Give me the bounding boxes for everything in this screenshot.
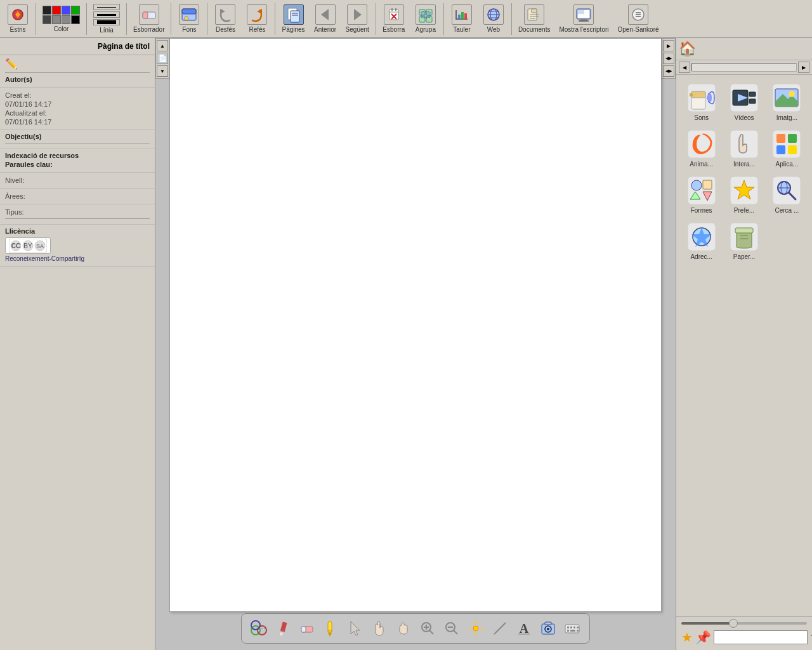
rp-favorite-button[interactable]: ★ bbox=[681, 630, 693, 645]
author-section: ✏️ Autor(s) bbox=[0, 55, 155, 88]
svg-rect-109 bbox=[776, 134, 785, 143]
bt-zoomout-button[interactable] bbox=[441, 618, 462, 639]
line-thick[interactable] bbox=[93, 19, 120, 25]
videos-icon bbox=[729, 83, 759, 113]
license-section: Llicència CC BY SA Reconeixement-Compart… bbox=[0, 225, 155, 267]
rp-nav-scroll[interactable] bbox=[691, 63, 797, 72]
agrupa-button[interactable] bbox=[416, 4, 436, 25]
nav-play-button[interactable]: ▶ bbox=[663, 40, 674, 51]
rp-search-input[interactable] bbox=[714, 630, 808, 644]
color-gray[interactable] bbox=[52, 15, 61, 24]
sep-5 bbox=[207, 3, 207, 35]
svg-rect-15 bbox=[390, 10, 398, 20]
images-label: Imatg... bbox=[776, 114, 797, 121]
rp-item-intera[interactable]: Intera... bbox=[724, 126, 764, 170]
color-gray2[interactable] bbox=[62, 15, 70, 24]
nav-up-button[interactable]: ▲ bbox=[157, 40, 168, 51]
toolbar-group-pagines: Pàgines bbox=[278, 3, 308, 34]
bt-select-button[interactable] bbox=[248, 618, 270, 639]
color-red[interactable] bbox=[52, 6, 61, 15]
formes-icon bbox=[686, 175, 717, 206]
bt-zoomin-button[interactable] bbox=[417, 618, 438, 639]
svg-rect-90 bbox=[567, 630, 569, 632]
updated-label: Actualitzat el: bbox=[5, 109, 150, 117]
estris-button[interactable] bbox=[8, 4, 28, 25]
color-black2[interactable] bbox=[71, 15, 80, 24]
bt-draw-button[interactable] bbox=[272, 618, 294, 639]
svg-marker-7 bbox=[220, 9, 225, 14]
tauler-button[interactable] bbox=[452, 4, 472, 25]
rp-zoom-slider[interactable] bbox=[681, 622, 807, 625]
svg-rect-63 bbox=[327, 630, 332, 632]
line-buttons bbox=[93, 4, 120, 25]
level-label: Nivell: bbox=[5, 176, 150, 184]
toolbar-group-agrupa: Agrupa bbox=[410, 3, 441, 34]
rp-item-adrec[interactable]: Adrec... bbox=[681, 219, 721, 263]
nav-page-icon: 📄 bbox=[157, 53, 168, 64]
rp-item-cerca[interactable]: Cerca ... bbox=[767, 173, 807, 216]
rp-item-sons[interactable]: Sons bbox=[681, 80, 721, 124]
center-area: ▲ 📄 ▼ ▶ ◀▶ ◀▶ bbox=[155, 38, 676, 650]
rp-item-formes[interactable]: Formes bbox=[681, 173, 721, 216]
bt-eraser-button[interactable] bbox=[296, 618, 318, 639]
rp-item-prefe[interactable]: Prefe... bbox=[724, 173, 764, 216]
fons-button[interactable] bbox=[179, 4, 199, 25]
desfes-button[interactable] bbox=[215, 4, 235, 25]
esborra-button[interactable] bbox=[384, 4, 404, 25]
sep-8 bbox=[443, 3, 444, 35]
rp-item-paper[interactable]: Paper... bbox=[724, 219, 764, 263]
rp-nav-left[interactable]: ◀ bbox=[679, 62, 690, 73]
bt-highlight-button[interactable] bbox=[320, 618, 342, 639]
license-label: Llicència bbox=[5, 227, 150, 235]
bt-capture-button[interactable] bbox=[537, 618, 559, 639]
color-darkgray[interactable] bbox=[43, 15, 51, 24]
bt-laser-button[interactable] bbox=[465, 618, 487, 639]
rp-pin-button[interactable]: 📌 bbox=[695, 630, 711, 645]
bt-text-button[interactable]: A bbox=[513, 618, 535, 639]
rp-item-anima[interactable]: Anima... bbox=[681, 126, 721, 170]
esborrador-button[interactable] bbox=[139, 4, 159, 25]
author-label: Autor(s) bbox=[5, 76, 150, 83]
anima-label: Anima... bbox=[690, 161, 713, 168]
documents-button[interactable] bbox=[524, 4, 544, 25]
rp-zoom-thumb[interactable] bbox=[729, 619, 738, 628]
anterior-label: Anterior bbox=[314, 26, 336, 33]
nav-resize-btn2[interactable]: ◀▶ bbox=[663, 65, 674, 77]
opensankore-button[interactable] bbox=[628, 4, 648, 25]
nav-resize-btn1[interactable]: ◀▶ bbox=[663, 53, 674, 64]
bt-hand-pointer-button[interactable] bbox=[369, 618, 390, 639]
rp-item-videos[interactable]: Vídeos bbox=[724, 80, 764, 124]
line-thin[interactable] bbox=[93, 4, 120, 10]
rp-item-images[interactable]: Imatg... bbox=[767, 80, 807, 124]
color-black[interactable] bbox=[43, 6, 51, 15]
whiteboard-canvas[interactable] bbox=[169, 38, 662, 612]
sons-icon bbox=[686, 83, 717, 113]
rp-item-aplica[interactable]: Aplica... bbox=[767, 126, 807, 170]
bt-line-button[interactable] bbox=[489, 618, 511, 639]
svg-text:A: A bbox=[520, 621, 529, 635]
color-green[interactable] bbox=[71, 6, 80, 15]
bt-pointer-button[interactable] bbox=[344, 618, 366, 639]
nav-down-button[interactable]: ▼ bbox=[157, 65, 168, 77]
home-icon[interactable]: 🏠 bbox=[679, 41, 696, 57]
web-label: Web bbox=[487, 26, 500, 33]
page-nav-left: ▲ 📄 ▼ bbox=[155, 38, 169, 79]
pagines-button[interactable] bbox=[284, 4, 304, 25]
toolbar-group-desktop: Mostra l'escriptori bbox=[555, 3, 612, 34]
color-label: Color bbox=[54, 25, 69, 32]
web-button[interactable] bbox=[483, 4, 504, 25]
color-blue[interactable] bbox=[62, 6, 70, 15]
bt-grab-button[interactable] bbox=[393, 618, 414, 639]
refes-button[interactable] bbox=[247, 4, 267, 25]
bt-keyboard-button[interactable] bbox=[561, 618, 583, 639]
toolbar-group-desfes: Desfés bbox=[210, 3, 240, 34]
desktop-button[interactable] bbox=[573, 4, 594, 25]
line-medium[interactable] bbox=[93, 11, 120, 18]
rp-nav-right[interactable]: ▶ bbox=[798, 62, 809, 73]
seguent-button[interactable] bbox=[347, 4, 367, 25]
right-panel: 🏠 ◀ ▶ Sons bbox=[676, 38, 812, 650]
toolbar-group-seguent: Següent bbox=[342, 3, 373, 34]
anterior-button[interactable] bbox=[315, 4, 336, 25]
svg-point-84 bbox=[547, 628, 549, 630]
svg-rect-26 bbox=[458, 15, 461, 19]
